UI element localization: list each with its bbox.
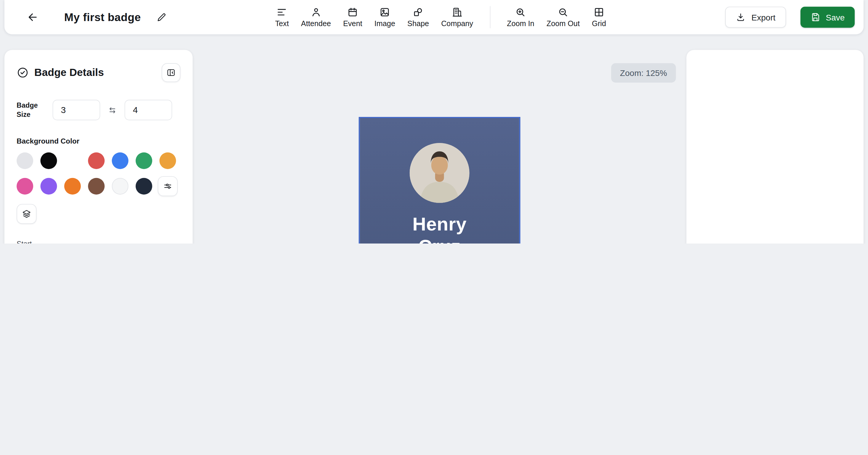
tool-label: Image xyxy=(374,19,395,28)
download-icon xyxy=(736,12,746,22)
image-icon xyxy=(379,6,390,18)
top-bar: My first badge Text Attendee Event xyxy=(4,0,864,34)
attendee-name[interactable]: Henry Cruz xyxy=(392,213,487,244)
export-label: Export xyxy=(751,12,776,22)
color-swatch[interactable] xyxy=(136,152,152,169)
tool-label: Shape xyxy=(407,19,429,28)
color-swatch[interactable] xyxy=(40,178,57,195)
color-swatch[interactable] xyxy=(88,178,104,195)
tool-label: Zoom Out xyxy=(547,19,580,28)
badge-size-row: Badge Size xyxy=(17,99,180,120)
color-swatch[interactable] xyxy=(136,178,152,195)
badge-height-input[interactable] xyxy=(124,99,172,120)
color-swatch[interactable] xyxy=(88,152,104,169)
header-actions: Export Save xyxy=(725,6,855,28)
tool-event[interactable]: Event xyxy=(343,6,362,29)
color-swatch[interactable] xyxy=(17,178,33,195)
badge-check-icon xyxy=(17,66,29,79)
badge-details-panel: Badge Details Badge Size Background Colo… xyxy=(4,50,192,244)
color-swatch[interactable] xyxy=(64,178,81,195)
color-swatch[interactable] xyxy=(40,152,57,169)
color-swatch[interactable] xyxy=(17,152,33,169)
tool-attendee[interactable]: Attendee xyxy=(301,6,331,29)
text-align-icon xyxy=(276,6,287,18)
badge-width-input[interactable] xyxy=(53,99,100,120)
badge-size-label: Badge Size xyxy=(17,101,45,119)
layers-row xyxy=(17,204,180,224)
tool-label: Text xyxy=(275,19,289,28)
tool-label: Grid xyxy=(592,19,606,28)
title-group: My first badge xyxy=(24,9,169,26)
tool-company[interactable]: Company xyxy=(441,6,473,29)
calendar-icon xyxy=(347,6,358,18)
tool-image[interactable]: Image xyxy=(374,6,395,29)
shapes-icon xyxy=(413,6,424,18)
tool-label: Attendee xyxy=(301,19,331,28)
layers-icon xyxy=(22,209,32,219)
save-button[interactable]: Save xyxy=(801,6,855,28)
badge-preview[interactable]: Henry Cruz xyxy=(359,117,521,244)
back-button[interactable] xyxy=(24,9,41,26)
tool-grid[interactable]: Grid xyxy=(592,6,606,29)
tool-label: Zoom In xyxy=(507,19,534,28)
panel-header: Badge Details xyxy=(17,63,180,82)
toolbar: Text Attendee Event Image Shape Company xyxy=(275,0,606,34)
tool-zoom-in[interactable]: Zoom In xyxy=(507,6,534,29)
right-panel xyxy=(686,50,864,244)
tool-text[interactable]: Text xyxy=(275,6,289,29)
tool-label: Company xyxy=(441,19,473,28)
tool-label: Event xyxy=(343,19,362,28)
zoom-in-icon xyxy=(515,6,526,18)
gradient-start-picker: Start xyxy=(17,239,180,244)
export-button[interactable]: Export xyxy=(725,6,786,28)
save-label: Save xyxy=(826,12,845,22)
page-title: My first badge xyxy=(64,11,141,23)
collapse-panel-icon xyxy=(166,68,176,78)
attendee-avatar xyxy=(410,143,470,203)
grid-icon xyxy=(593,6,604,18)
gradient-start-label: Start xyxy=(17,239,180,244)
panel-title: Badge Details xyxy=(34,66,104,79)
toolbar-divider xyxy=(490,6,490,28)
color-swatch[interactable] xyxy=(112,178,128,195)
collapse-panel-button[interactable] xyxy=(162,63,181,82)
app: My first badge Text Attendee Event xyxy=(0,0,868,244)
tool-shape[interactable]: Shape xyxy=(407,6,429,29)
building-icon xyxy=(452,6,462,18)
color-settings-button[interactable] xyxy=(158,176,178,196)
edit-title-button[interactable] xyxy=(154,10,169,25)
swatch-grid xyxy=(17,152,180,196)
color-swatch[interactable] xyxy=(159,152,176,169)
swap-arrows-icon xyxy=(107,105,118,115)
color-swatch[interactable] xyxy=(112,152,128,169)
back-arrow-icon xyxy=(27,11,39,23)
layers-button[interactable] xyxy=(17,204,36,224)
tool-zoom-out[interactable]: Zoom Out xyxy=(547,6,580,29)
person-icon xyxy=(310,6,321,18)
background-color-label: Background Color xyxy=(17,137,180,145)
sliders-icon xyxy=(163,181,173,191)
zoom-out-icon xyxy=(558,6,568,18)
save-icon xyxy=(810,12,820,22)
pencil-icon xyxy=(156,12,167,23)
zoom-indicator: Zoom: 125% xyxy=(611,63,676,82)
